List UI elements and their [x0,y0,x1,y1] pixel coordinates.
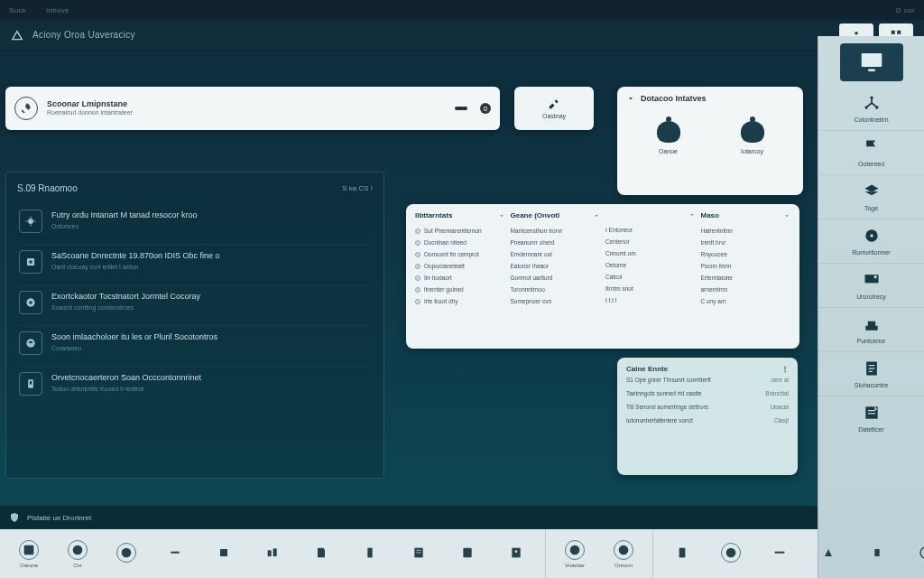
menu-item[interactable]: Inbove [46,6,69,14]
rail-item[interactable]: Rornvritonner [818,219,924,261]
svg-rect-13 [861,53,882,67]
search-badge[interactable]: 0 [480,103,491,114]
table-row[interactable]: Erterntatoler [701,272,791,284]
table-row[interactable]: Centenor [605,236,696,247]
table-row[interactable]: Itrntm snot [605,283,696,294]
footer-alert: Pistatie ue Drortnret [0,506,818,529]
toolbar-button[interactable] [350,543,390,565]
rail-item[interactable]: Cotontnetirn [818,87,924,128]
feed-item[interactable]: Soon imlaacholoer itu les or Pluril Soco… [17,325,373,360]
table-row[interactable]: Gomnot uariturd [511,272,601,284]
toolbar-button[interactable] [448,543,487,565]
table-row[interactable]: C ony arn [701,295,791,307]
toolbar-icon [409,543,429,563]
table-row[interactable]: trentt hrvr [701,237,791,248]
svg-point-35 [515,550,518,553]
table-row[interactable]: Hatrentnltnn [701,225,791,237]
disc-icon [862,227,882,245]
svg-rect-29 [268,550,272,556]
table-row[interactable]: Somepnoer cvn [511,295,601,307]
table-row[interactable]: Oupocraneteatt [415,260,505,272]
table-row[interactable]: Rnyoocee [701,248,791,260]
toolbar-button[interactable] [496,543,536,565]
toolbar-button[interactable] [301,543,341,565]
toolbar-button[interactable]: Cnr [58,540,97,568]
table-row[interactable]: Docnlnan niteed [415,237,505,248]
toolbar-button[interactable] [711,543,751,565]
feed-item[interactable]: Orvetcnocaerteron Soan OcccontonnrinetTo… [17,366,373,401]
svg-point-5 [28,219,33,224]
column-header[interactable]: Ilbttarntats [415,211,505,219]
threat-item[interactable]: Iotarcoy [737,116,768,154]
table-row[interactable]: Irte tioorl dhy [415,295,505,307]
toolbar-button[interactable]: Oarone [9,540,49,568]
quick-action-card[interactable]: Oastnay [514,87,594,130]
title-text: Aciony Oroa Uaveracicy [32,30,135,40]
table-row[interactable]: Pneanunrr oherd [511,237,601,248]
toolbar-button[interactable] [106,543,146,565]
rail-item[interactable]: Urorotrecy [818,263,924,305]
detected-title: Dotacoo Intatves [641,94,707,103]
table-row[interactable]: I Entoneor [605,224,696,236]
toolbar-icon [818,543,838,563]
data-table-card: IlbttarntatsSut PhennarentternunDocnlnan… [406,204,799,349]
rail-item[interactable]: Ootereed [818,130,924,172]
toolbar-icon [506,543,526,563]
toolbar-button[interactable] [399,543,439,565]
expand-icon[interactable] [626,94,635,103]
svg-point-37 [619,545,629,555]
event-row[interactable]: TB Senond aomertmge dettrorsUeacat [626,400,789,414]
table-row[interactable]: Emdernnanr ool [511,248,601,260]
column-header[interactable] [605,211,696,219]
table-row[interactable]: ltrernter goined [415,284,505,295]
svg-rect-2 [897,30,901,33]
table-row[interactable]: Sut Phennarentternun [415,225,505,237]
table-row[interactable]: Psonn linnn [701,260,791,272]
feed-item[interactable]: Futry ordu Intanart M tanad resocor kroo… [17,204,373,238]
event-row[interactable]: Taetnngots sonned rtd castteBrancttal [626,387,789,400]
table-row[interactable]: Toronnntrnoo [511,284,601,295]
table-row[interactable]: I t.t l [605,294,696,306]
search-handle[interactable] [455,107,467,110]
table-row[interactable]: Catcol [605,271,696,283]
table-row[interactable]: Eatonsr Iheaor [511,260,601,272]
feed-item[interactable]: Exortckaotor Tocstnatort Jormtel Cocoray… [17,284,373,320]
rail-item[interactable]: Slohacontre [818,351,924,394]
feed-title: S.09 Rnaomoo [17,183,78,193]
toolbar-button[interactable] [204,543,244,565]
svg-point-36 [570,545,580,555]
toolbar-button[interactable] [155,543,195,565]
toolbar-button[interactable] [662,543,702,565]
threat-item[interactable]: Oanoe [653,116,684,154]
rail-item[interactable]: Puntcenor [818,307,924,350]
toolbar-label: Oarone [20,563,38,568]
rail-hero[interactable] [840,43,903,81]
column-header[interactable]: Geane (Onvotl [511,211,601,219]
event-row[interactable]: Iutonunhertafeniere vonctClasjt [626,414,789,427]
table-row[interactable]: Oetome [605,259,696,271]
rail-item[interactable]: Toge [818,174,924,217]
table-row[interactable]: Oomoont fin cemprot [415,248,505,260]
toolbar-button[interactable] [906,543,924,565]
flag-icon [862,138,882,156]
search-panel[interactable]: Scoonar Lmipnstane Roenairud donnon inta… [5,87,500,130]
table-row[interactable]: Mantcensthon trorvr [511,225,601,237]
column-header[interactable]: Maso [701,211,791,219]
table-row[interactable]: Cnnomt om [605,247,696,259]
feed-item[interactable]: SaScoane Dnrectnte 19.870on IDIS Obc fin… [17,244,373,279]
table-row[interactable]: Iin hodaort [415,272,505,284]
event-row[interactable]: S1 Ope gnrer Thrsunrt conrtiterftoenr al [626,373,789,387]
toolbar-button[interactable]: Onroun [604,540,643,568]
table-row[interactable]: arnernirnn [701,284,791,295]
toolbar-button[interactable] [857,543,897,565]
svg-rect-33 [463,547,471,557]
rail-item[interactable]: Datettcer [818,396,924,438]
toolbar-button[interactable] [760,543,799,565]
toolbar-button[interactable]: Vuacitar [555,540,595,568]
menu-item[interactable]: Suck [9,6,26,14]
toolbar-button[interactable] [808,543,848,565]
menu-right[interactable]: G oor [895,6,915,14]
toolbar-button[interactable] [253,543,292,565]
more-icon[interactable]: ⋮ [781,365,789,373]
note-icon [862,404,882,422]
